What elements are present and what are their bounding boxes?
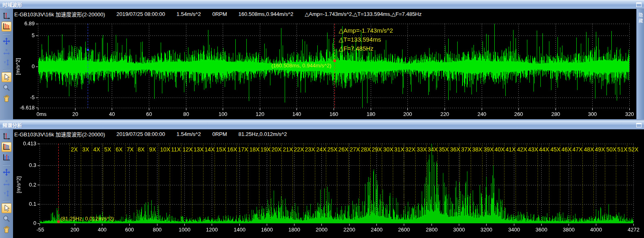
time-chart-header: E-GB103\3V\16k 加速度波形(2-20000) 2019/07/25… [13,9,636,19]
spec-header-datetime: 2019/07/25 08:00:00 [117,131,165,137]
zoom-button[interactable] [2,214,11,224]
pan-button[interactable] [2,93,11,103]
harmonic-cursor-icon [2,22,11,31]
collapse-panel-tab[interactable]: 隐藏 [637,13,644,24]
time-header-source: E-GB103\3V\16k 加速度波形(2-20000) [14,10,105,18]
zoom-icon [2,84,11,92]
time-panel-title: 时域波形 [2,1,22,8]
harmonic-cursor-icon [2,143,11,151]
pointer-icon [2,204,11,212]
svg-text:Y: Y [4,191,6,195]
x-scale-button[interactable]: X [2,47,11,57]
zoom-button[interactable] [2,83,11,93]
spectrum-analysis-panel: 频谱分析 [0,120,644,238]
pointer-button[interactable] [2,203,11,213]
pan-hand-icon [2,225,11,234]
svg-text:X: X [5,179,8,183]
move-button[interactable] [2,167,11,177]
time-header-cursor-readout: 160.508ms,0.944m/s^2 [239,11,294,17]
zoom-icon [2,215,11,223]
x-scale-icon: X [2,48,11,56]
move-icon [2,37,11,45]
pan-button[interactable] [2,225,11,234]
time-panel-toolbar: X Y [0,9,13,119]
time-panel-restore-icon[interactable] [636,2,642,7]
spec-chart-header: E-GB103\3V\16k 加速度波形(2-20000) 2019/07/25… [13,129,644,139]
harmonic-cursor-button[interactable] [2,142,11,152]
spectrum-chart[interactable] [13,139,644,238]
time-header-amplitude: 1.54m/s^2 [177,11,201,17]
single-cursor-button[interactable] [2,131,11,141]
spec-header-source: E-GB103\3V\16k 加速度波形(2-20000) [14,130,105,138]
toolbar-separator [3,69,10,70]
spec-panel-restore-icon[interactable] [636,123,642,127]
pan-hand-icon [2,94,11,102]
svg-text:Y: Y [4,60,6,64]
spec-header-speed: 0RPM [212,131,227,137]
x-scale-icon: X [2,179,11,187]
spec-panel-toolbar: X Y [0,129,13,238]
sideband-cursor-icon [2,153,11,162]
toolbar-separator [3,33,10,34]
y-scale-icon: Y [2,58,11,67]
time-header-delta-readout: △Amp=-1.743m/s^2,△T=133.594ms,△F=7.485Hz [305,11,421,17]
spec-panel-titlebar[interactable]: 频谱分析 [0,120,644,129]
sideband-cursor-button[interactable] [2,153,11,162]
single-cursor-icon [2,12,11,20]
toolbar-separator [3,165,10,165]
move-button[interactable] [2,36,11,46]
right-side-strip: 隐藏 [636,9,644,119]
spec-header-amplitude: 1.54m/s^2 [177,131,201,137]
time-header-datetime: 2019/07/25 08:00:00 [117,11,165,17]
y-scale-button[interactable]: Y [2,189,11,198]
harmonic-cursor-button[interactable] [2,22,11,31]
single-cursor-button[interactable] [2,11,11,21]
move-icon [2,168,11,176]
time-header-speed: 0RPM [212,11,227,17]
pointer-icon [2,73,11,81]
pointer-button[interactable] [2,72,11,82]
toolbar-separator [3,200,10,201]
svg-text:X: X [5,48,8,52]
spec-header-cursor-readout: 81.25Hz,0.012m/s^2 [239,131,287,137]
time-waveform-chart[interactable] [13,19,636,119]
x-scale-button[interactable]: X [2,178,11,188]
vibration-analysis-window: 时域波形 [0,0,644,238]
y-scale-button[interactable]: Y [2,58,11,67]
y-scale-icon: Y [2,189,11,198]
spec-panel-title: 频谱分析 [2,122,22,129]
time-panel-titlebar[interactable]: 时域波形 [0,0,644,9]
time-waveform-panel: 时域波形 [0,0,644,119]
single-cursor-icon [2,132,11,140]
